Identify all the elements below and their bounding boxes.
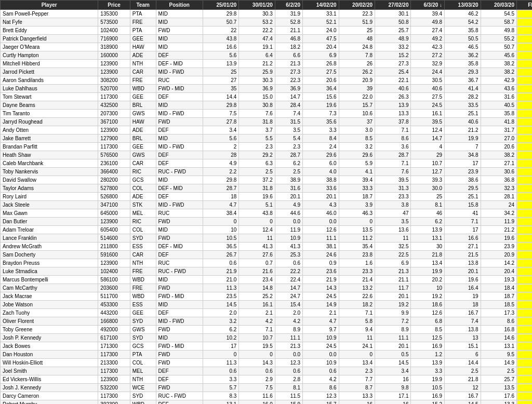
cell-20-3: MID	[156, 176, 203, 184]
cell-16-3: MID - FWD	[156, 143, 203, 151]
cell-16-10: 4	[411, 143, 445, 151]
cell-13-1: 367100	[98, 118, 130, 126]
column-header-30-01-20[interactable]: 30/01/20	[239, 1, 275, 10]
cell-25-6: 0.0	[275, 218, 302, 226]
cell-32-6: 22.4	[275, 276, 302, 284]
cell-5-11: 36.2	[445, 51, 481, 60]
cell-32-13: 21.6	[516, 276, 532, 284]
cell-11-6: 28.4	[275, 101, 302, 110]
cell-0-3: MID	[156, 10, 203, 18]
cell-43-5: 0.6	[239, 367, 275, 375]
cell-16-7: 2.4	[303, 143, 339, 151]
cell-1-8: 51.9	[339, 18, 375, 26]
cell-34-10: 19.2	[411, 292, 445, 301]
cell-36-4: 2.0	[203, 309, 238, 317]
cell-21-11: 29.5	[445, 184, 481, 193]
cell-35-11: 18	[445, 301, 481, 309]
column-header-6-2-20[interactable]: 6/2/20	[275, 1, 302, 10]
column-header-final[interactable]: FINAL	[516, 1, 532, 10]
cell-17-2: GWS	[130, 151, 156, 159]
cell-22-0: Rory Laird	[1, 193, 98, 201]
cell-38-8: 9.4	[339, 326, 375, 334]
cell-22-11: 25.1	[445, 193, 481, 201]
cell-14-7: 3.3	[303, 126, 339, 134]
cell-12-0: Tim Taranto	[1, 110, 98, 118]
cell-46-7: 12.3	[303, 392, 339, 400]
cell-12-7: 7.3	[303, 110, 339, 118]
cell-21-1: 527800	[98, 184, 130, 193]
cell-16-4: 2	[203, 143, 238, 151]
cell-22-4: 18	[203, 193, 238, 201]
cell-35-10: 18.6	[411, 301, 445, 309]
column-header-27-02-20[interactable]: 27/02/20	[375, 1, 411, 10]
cell-4-3: MID	[156, 43, 203, 51]
column-header-position[interactable]: Position	[156, 1, 203, 10]
cell-26-7: 12.6	[303, 226, 339, 234]
cell-29-13: 24.3	[516, 251, 532, 259]
cell-4-12: 50.7	[481, 43, 516, 51]
cell-14-3: DEF	[156, 126, 203, 134]
cell-40-0: Jack Bowes	[1, 342, 98, 351]
table-row: Caleb Marchbank236100CARDEF4.96.36.26.05…	[1, 159, 533, 168]
cell-4-7: 20.4	[303, 43, 339, 51]
column-header-team[interactable]: Team	[130, 1, 156, 10]
cell-4-9: 33.2	[375, 43, 411, 51]
cell-28-5: 41.3	[239, 243, 275, 251]
cell-42-2: COL	[130, 359, 156, 367]
cell-4-4: 16.6	[203, 43, 238, 51]
cell-28-9: 32.5	[375, 243, 411, 251]
column-header-13-03-20[interactable]: 13/03/20	[445, 1, 481, 10]
column-header-20-03-20[interactable]: 20/03/20	[481, 1, 516, 10]
cell-13-2: HAW	[130, 118, 156, 126]
cell-33-2: FRE	[130, 284, 156, 292]
cell-0-11: 46.2	[445, 10, 481, 18]
cell-28-7: 38.1	[303, 243, 339, 251]
cell-42-1: 213300	[98, 359, 130, 367]
cell-21-8: 33.3	[339, 184, 375, 193]
cell-3-8: 48	[339, 35, 375, 43]
cell-0-12: 54.5	[481, 10, 516, 18]
cell-37-0: Oliver Florent	[1, 317, 98, 326]
cell-18-11: 17	[445, 159, 481, 168]
cell-44-3: DEF	[156, 375, 203, 384]
cell-10-2: GEE	[130, 93, 156, 101]
cell-29-1: 591600	[98, 251, 130, 259]
cell-41-4: 0	[203, 351, 238, 359]
cell-6-5: 21.2	[239, 60, 275, 68]
column-header-25-01-20[interactable]: 25/01/20	[203, 1, 238, 10]
cell-9-4: 35	[203, 85, 238, 93]
cell-35-13: 18.4	[516, 301, 532, 309]
cell-3-11: 50.5	[445, 35, 481, 43]
cell-22-2: ADE	[130, 193, 156, 201]
cell-38-6: 8.9	[275, 326, 302, 334]
column-header-player[interactable]: Player	[1, 1, 98, 10]
cell-30-10: 13.4	[411, 259, 445, 267]
cell-2-4: 22	[203, 26, 238, 35]
cell-23-7: 4.3	[303, 201, 339, 209]
cell-18-12: 27.1	[481, 159, 516, 168]
cell-30-4: 0.6	[203, 259, 238, 267]
cell-33-5: 14.8	[239, 284, 275, 292]
cell-34-7: 24.5	[303, 292, 339, 301]
cell-35-12: 18.5	[481, 301, 516, 309]
cell-33-10: 10	[411, 284, 445, 292]
cell-28-13: 25.4	[516, 243, 532, 251]
cell-31-9: 21.3	[375, 267, 411, 276]
cell-43-6: 0.6	[275, 367, 302, 375]
column-header-20-02-20[interactable]: 20/02/20	[339, 1, 375, 10]
cell-5-0: Curtly Hampton	[1, 51, 98, 60]
cell-26-6: 11.9	[275, 226, 302, 234]
cell-30-2: NTH	[130, 259, 156, 267]
cell-18-3: DEF	[156, 159, 203, 168]
cell-40-12: 13.1	[481, 342, 516, 351]
column-header-6-3-20--[interactable]: 6/3/20 ↓	[411, 1, 445, 10]
cell-36-12: 17.3	[481, 309, 516, 317]
cell-5-8: 7.8	[339, 51, 375, 60]
cell-17-4: 28	[203, 151, 238, 159]
column-header-price[interactable]: Price	[98, 1, 130, 10]
cell-8-3: RUC	[156, 76, 203, 85]
cell-33-8: 13.2	[339, 284, 375, 292]
column-header-14-02-20[interactable]: 14/02/20	[303, 1, 339, 10]
cell-36-13: 18.2	[516, 309, 532, 317]
cell-19-2: RIC	[130, 168, 156, 176]
